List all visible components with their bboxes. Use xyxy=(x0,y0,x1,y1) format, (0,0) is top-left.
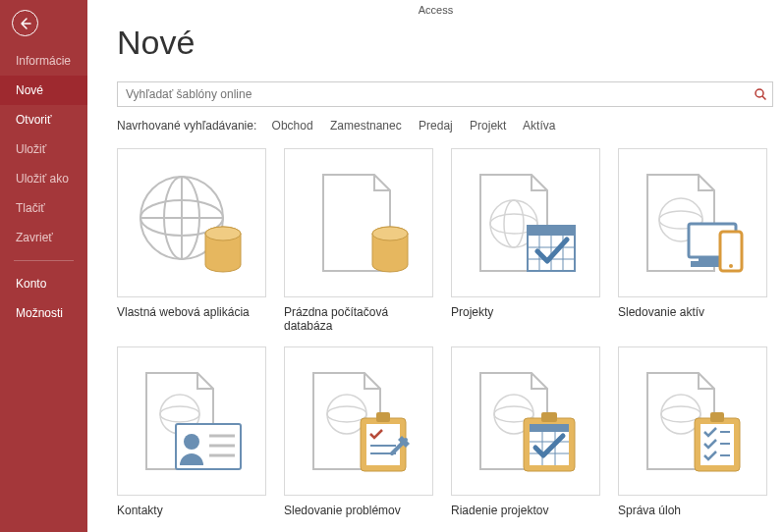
template-tile: Vlastná webová aplikácia xyxy=(117,148,266,333)
devices-icon xyxy=(689,224,742,271)
suggested-keyword[interactable]: Projekt xyxy=(470,119,506,133)
sidebar-item-account[interactable]: Konto xyxy=(0,269,87,298)
database-icon xyxy=(205,227,241,272)
template-caption: Kontakty xyxy=(117,504,266,517)
suggested-keyword[interactable]: Obchod xyxy=(272,119,313,133)
template-thumb-web-app[interactable] xyxy=(117,148,266,297)
template-thumb-tasks[interactable] xyxy=(618,346,767,496)
template-thumb-blank-db[interactable] xyxy=(284,148,433,297)
calendar-check-icon xyxy=(528,226,575,271)
sidebar-separator xyxy=(14,260,74,261)
svg-line-1 xyxy=(762,96,766,100)
template-caption: Riadenie projektov xyxy=(451,504,600,517)
suggested-keyword[interactable]: Zamestnanec xyxy=(330,119,402,133)
template-grid: Vlastná webová aplikácia Prázdna xyxy=(117,148,774,517)
document-contact-icon xyxy=(133,367,251,475)
template-caption: Projekty xyxy=(451,305,600,319)
arrow-left-icon xyxy=(19,17,32,30)
page-title: Nové xyxy=(117,24,774,62)
sidebar-item-close[interactable]: Zavrieť xyxy=(0,223,87,252)
template-tile: Správa úloh xyxy=(618,346,767,517)
document-clipboard-issues-icon xyxy=(300,367,418,475)
template-tile: Riadenie projektov xyxy=(451,346,600,517)
template-tile: Projekty xyxy=(451,148,600,333)
sidebar-item-open[interactable]: Otvoriť xyxy=(0,105,87,134)
sidebar-item-options[interactable]: Možnosti xyxy=(0,298,87,328)
backstage-sidebar: Informácie Nové Otvoriť Uložiť Uložiť ak… xyxy=(0,0,87,532)
template-tile: Sledovanie problémov xyxy=(284,346,433,517)
template-thumb-projects[interactable] xyxy=(451,148,600,297)
document-clipboard-calendar-icon xyxy=(467,367,585,475)
back-button[interactable] xyxy=(12,10,38,36)
svg-point-10 xyxy=(372,227,408,240)
search-button[interactable] xyxy=(752,85,769,103)
svg-point-31 xyxy=(184,434,199,450)
contact-card-icon xyxy=(176,424,241,469)
template-caption: Správa úloh xyxy=(618,504,767,517)
template-caption: Sledovanie problémov xyxy=(284,504,433,517)
template-thumb-contacts[interactable] xyxy=(117,346,266,496)
template-tile: Kontakty xyxy=(117,346,266,517)
template-thumb-issues[interactable] xyxy=(284,346,433,496)
template-caption: Prázdna počítačová databáza xyxy=(284,305,433,333)
content: Nové Navrhované vyhľadávanie: Obchod Zam… xyxy=(87,20,784,517)
clipboard-calendar-icon xyxy=(524,412,575,471)
clipboard-tasks-icon xyxy=(695,412,740,471)
svg-point-27 xyxy=(729,264,733,268)
template-thumb-assets[interactable] xyxy=(618,148,767,297)
suggested-keyword[interactable]: Aktíva xyxy=(523,119,555,133)
svg-point-8 xyxy=(205,227,241,240)
template-caption: Sledovanie aktív xyxy=(618,305,767,319)
template-tile: Sledovanie aktív xyxy=(618,148,767,333)
document-icon xyxy=(300,169,418,277)
template-thumb-project-mgmt[interactable] xyxy=(451,346,600,496)
suggested-label: Navrhované vyhľadávanie: xyxy=(117,119,256,133)
document-clipboard-tasks-icon xyxy=(634,367,752,475)
search-icon xyxy=(754,87,767,101)
sidebar-item-save[interactable]: Uložiť xyxy=(0,134,87,164)
suggested-keyword[interactable]: Predaj xyxy=(419,119,453,133)
sidebar-item-new[interactable]: Nové xyxy=(0,76,87,105)
sidebar-item-info[interactable]: Informácie xyxy=(0,46,87,76)
template-search xyxy=(117,81,773,107)
svg-rect-46 xyxy=(541,412,557,422)
svg-rect-39 xyxy=(376,412,390,422)
sidebar-item-print[interactable]: Tlačiť xyxy=(0,193,87,223)
database-icon xyxy=(372,227,408,272)
window-title: Access xyxy=(87,0,784,20)
svg-rect-56 xyxy=(710,412,724,422)
template-caption: Vlastná webová aplikácia xyxy=(117,305,266,319)
suggested-row: Navrhované vyhľadávanie: Obchod Zamestna… xyxy=(117,119,774,133)
document-globe-icon xyxy=(467,169,585,277)
clipboard-icon xyxy=(361,412,410,471)
svg-rect-15 xyxy=(528,226,575,236)
main-area: Access Nové Navrhované vyhľadávanie: Obc… xyxy=(87,0,784,532)
globe-icon xyxy=(133,169,251,277)
document-devices-icon xyxy=(634,169,752,277)
svg-point-0 xyxy=(756,89,763,97)
search-input[interactable] xyxy=(117,81,773,107)
template-tile: Prázdna počítačová databáza xyxy=(284,148,433,333)
sidebar-item-save-as[interactable]: Uložiť ako xyxy=(0,164,87,193)
svg-rect-47 xyxy=(530,424,569,432)
